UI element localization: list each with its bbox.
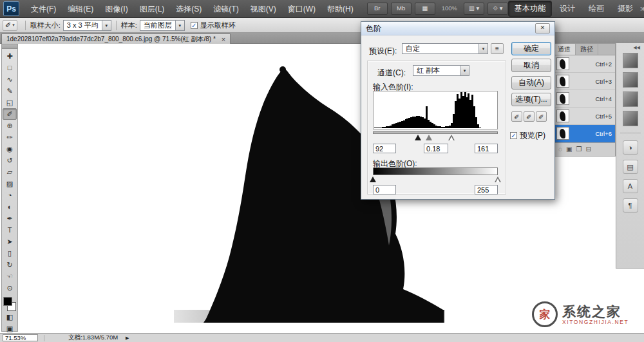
tool-crop[interactable]: ◱ xyxy=(3,97,17,108)
input-white-point-slider[interactable] xyxy=(448,135,455,140)
menu-item-6[interactable]: 视图(V) xyxy=(245,0,282,18)
ok-button[interactable]: 确定 xyxy=(511,42,551,55)
workspace-tab-1[interactable]: 设计 xyxy=(554,1,581,16)
expand-panels-icon[interactable]: ◀◀ xyxy=(633,43,644,51)
channel-row-4[interactable]: Ctrl+6 xyxy=(553,125,615,142)
dialog-close-button[interactable]: ✕ xyxy=(535,23,550,33)
character-panel-icon[interactable]: A xyxy=(623,179,638,193)
dropdown-arrow-icon: ▾ xyxy=(478,44,488,53)
tool-path-selection[interactable]: ➤ xyxy=(3,236,17,247)
auto-button[interactable]: 自动(A) xyxy=(511,76,551,90)
channel-select[interactable]: 红 副本 ▾ xyxy=(413,65,469,76)
channels-tab-0[interactable]: 通道 xyxy=(553,44,576,55)
input-black-point-slider[interactable] xyxy=(415,135,421,140)
input-gamma-field[interactable]: 0.18 xyxy=(424,144,448,153)
foreground-color-swatch[interactable] xyxy=(3,297,12,306)
dialog-titlebar[interactable]: 色阶 ✕ xyxy=(361,22,554,35)
channel-row-0[interactable]: Ctrl+2 xyxy=(553,55,615,73)
tool-lasso[interactable]: ∿ xyxy=(3,73,17,85)
tool-type[interactable]: T xyxy=(3,224,17,236)
menu-item-5[interactable]: 滤镜(T) xyxy=(207,0,244,18)
input-gamma-slider[interactable] xyxy=(426,135,432,140)
workspace-tab-2[interactable]: 绘画 xyxy=(583,1,610,16)
save-selection-as-channel-icon[interactable]: ▣ xyxy=(566,144,572,155)
tool-zoom[interactable]: ⊙ xyxy=(3,282,17,294)
view-extras-icon[interactable]: ▦ xyxy=(415,3,435,15)
output-white-field[interactable]: 255 xyxy=(475,185,498,195)
workspace-tab-3[interactable]: 摄影 xyxy=(612,1,639,16)
tab-close-icon[interactable]: × xyxy=(222,36,225,43)
tool-pen[interactable]: ✒ xyxy=(3,213,17,224)
document-tab[interactable]: 1de2028107ef02a79adde77dc2b7_800_800.c6.… xyxy=(1,33,231,44)
tool-clone-stamp[interactable]: ◉ xyxy=(3,143,17,155)
adjustments-panel-icon[interactable]: ◑ xyxy=(623,140,638,155)
sample-size-select[interactable]: 3 x 3 平均 ▾ xyxy=(63,20,111,31)
zoom-percentage-field[interactable]: 71.53% xyxy=(3,334,38,341)
load-channel-selection-icon[interactable]: ◌ xyxy=(558,144,562,155)
tool-dodge[interactable]: ◐ xyxy=(3,201,17,213)
channel-row-2[interactable]: Ctrl+4 xyxy=(553,90,615,108)
screen-mode-icon[interactable]: ⟐ ▾ xyxy=(488,3,508,15)
mini-bridge-icon[interactable]: Mb xyxy=(391,3,412,15)
tool-healing-brush[interactable]: ⊕ xyxy=(3,120,17,131)
input-white-field[interactable]: 161 xyxy=(475,144,498,153)
channels-tab-1[interactable]: 路径 xyxy=(576,44,598,55)
quick-mask-button[interactable]: ◧ xyxy=(3,311,17,323)
set-black-point-eyedropper-button[interactable]: ✐ xyxy=(511,111,522,122)
dock-panel-thumbnail-1[interactable] xyxy=(623,72,638,88)
cancel-button[interactable]: 取消 xyxy=(511,59,551,72)
workspace-overflow-icon[interactable]: ≫ xyxy=(640,5,644,12)
options-button[interactable]: 选项(T)... xyxy=(511,93,551,106)
tool-rectangular-marquee[interactable]: □ xyxy=(3,62,17,73)
workspace-tab-0[interactable]: 基本功能 xyxy=(508,1,552,17)
channel-row-3[interactable]: Ctrl+5 xyxy=(553,108,615,125)
preset-options-button[interactable]: ≡ xyxy=(491,43,504,54)
channel-label: 通道(C): xyxy=(377,68,406,79)
preset-select[interactable]: 自定 ▾ xyxy=(402,43,488,54)
output-black-field[interactable]: 0 xyxy=(373,185,396,195)
tool-eyedropper[interactable]: ✐ xyxy=(3,108,17,120)
show-sampling-ring-checkbox[interactable]: ✓ xyxy=(191,22,198,29)
tool-move[interactable]: ✚ xyxy=(3,50,17,62)
dropdown-arrow-icon: ▾ xyxy=(175,21,184,30)
zoom-level-icon[interactable]: 100% xyxy=(439,3,460,15)
arrange-documents-icon[interactable]: ▥ ▾ xyxy=(464,3,484,15)
tool-blur[interactable]: ◔ xyxy=(3,189,17,201)
tool-quick-selection[interactable]: ✎ xyxy=(3,85,17,97)
paragraph-panel-icon[interactable]: ¶ xyxy=(623,198,638,213)
sample-select[interactable]: 当前图层 ▾ xyxy=(140,20,185,31)
preview-checkbox[interactable]: ✓ xyxy=(510,132,517,139)
dropdown-arrow-icon: ▾ xyxy=(102,21,111,30)
dock-panel-thumbnail-2[interactable] xyxy=(623,91,638,107)
menu-item-7[interactable]: 窗口(W) xyxy=(282,0,321,18)
menu-item-2[interactable]: 图像(I) xyxy=(99,0,133,18)
output-white-slider[interactable] xyxy=(495,176,501,182)
tool-shape[interactable]: ▯ xyxy=(3,247,17,259)
tool-3d-rotate[interactable]: ↻ xyxy=(3,259,17,271)
delete-channel-icon[interactable]: ⊟ xyxy=(585,144,591,155)
output-gradient-bar[interactable] xyxy=(373,167,498,175)
menu-item-1[interactable]: 编辑(E) xyxy=(62,0,99,18)
tool-gradient[interactable]: ▨ xyxy=(3,178,17,189)
tool-preset-picker[interactable]: ✐ ▾ xyxy=(3,20,17,31)
input-black-field[interactable]: 92 xyxy=(373,144,396,153)
tool-brush[interactable]: ✏ xyxy=(3,131,17,143)
menu-item-8[interactable]: 帮助(H) xyxy=(321,0,359,18)
set-white-point-eyedropper-button[interactable]: ✐ xyxy=(536,111,547,122)
output-black-slider[interactable] xyxy=(370,176,376,182)
menu-item-4[interactable]: 选择(S) xyxy=(170,0,207,18)
menu-item-0[interactable]: 文件(F) xyxy=(25,0,62,18)
masks-panel-icon[interactable]: ▤ xyxy=(623,160,638,174)
tool-history-brush[interactable]: ↺ xyxy=(3,155,17,166)
dock-panel-thumbnail-0[interactable] xyxy=(623,53,638,68)
status-options-icon[interactable]: ▶ xyxy=(126,336,129,341)
set-gray-point-eyedropper-button[interactable]: ✐ xyxy=(524,111,535,122)
tool-eraser[interactable]: ▱ xyxy=(3,166,17,178)
dock-panel-thumbnail-3[interactable] xyxy=(623,111,638,126)
bridge-icon[interactable]: Br xyxy=(367,3,388,15)
tools-panel-header[interactable] xyxy=(2,44,17,49)
channel-row-1[interactable]: Ctrl+3 xyxy=(553,73,615,90)
new-channel-icon[interactable]: ❐ xyxy=(576,144,582,155)
menu-item-3[interactable]: 图层(L) xyxy=(134,0,171,18)
tool-hand[interactable]: ☜ xyxy=(3,271,17,282)
